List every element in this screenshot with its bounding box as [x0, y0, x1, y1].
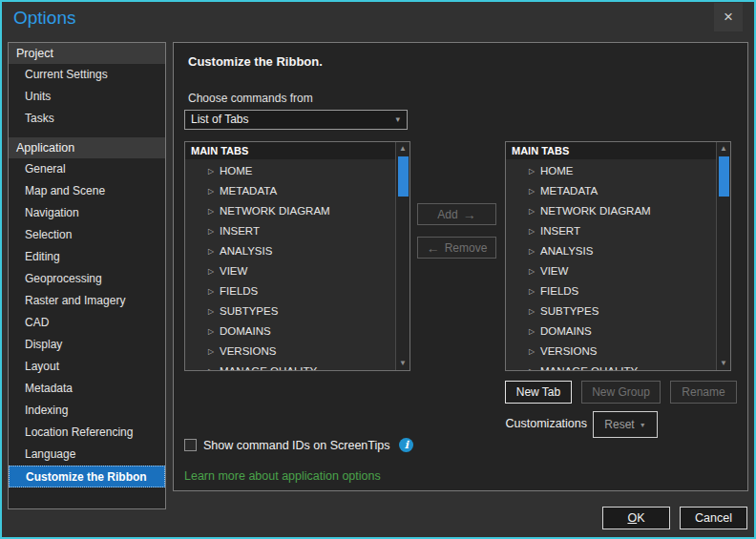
expand-triangle-icon[interactable]: ▷: [529, 301, 540, 321]
sidebar-item-raster-and-imagery[interactable]: Raster and Imagery: [9, 290, 165, 312]
reset-dropdown-button[interactable]: Reset ▼: [593, 411, 658, 438]
tab-tree-item[interactable]: ▷VIEW: [506, 259, 716, 280]
tab-tree-item[interactable]: ▷INSERT: [185, 219, 395, 239]
sidebar-item-editing[interactable]: Editing: [9, 246, 165, 268]
sidebar-item-geoprocessing[interactable]: Geoprocessing: [9, 268, 165, 290]
expand-triangle-icon[interactable]: ▷: [208, 362, 220, 370]
tab-tree-item[interactable]: ▷HOME: [185, 159, 395, 179]
sidebar-item-layout[interactable]: Layout: [9, 356, 165, 378]
tab-item-label: MANAGE QUALITY: [540, 365, 638, 370]
expand-triangle-icon[interactable]: ▷: [529, 241, 540, 261]
sidebar-item-customize-the-ribbon[interactable]: Customize the Ribbon: [9, 466, 165, 487]
current-tabs-header: MAIN TABS: [506, 142, 716, 159]
tab-tree-item[interactable]: ▷VERSIONS: [185, 340, 395, 360]
tab-item-label: METADATA: [540, 185, 598, 197]
sidebar-item-tasks[interactable]: Tasks: [9, 108, 165, 130]
tab-tree-item[interactable]: ▷NETWORK DIAGRAM: [185, 199, 395, 219]
sidebar-item-general[interactable]: General: [9, 158, 165, 180]
learn-more-link[interactable]: Learn more about application options: [184, 469, 381, 483]
scroll-down-icon[interactable]: ▼: [717, 357, 730, 370]
sidebar-item-units[interactable]: Units: [9, 86, 165, 108]
tab-tree-item[interactable]: ▷VERSIONS: [506, 340, 716, 360]
tab-tree-item[interactable]: ▷INSERT: [506, 219, 716, 239]
expand-triangle-icon[interactable]: ▷: [529, 342, 540, 362]
close-icon[interactable]: ×: [714, 3, 743, 31]
ok-rest-char: K: [637, 511, 644, 525]
sidebar-item-display[interactable]: Display: [9, 334, 165, 356]
current-tabs-list: MAIN TABS ▷HOME▷METADATA▷NETWORK DIAGRAM…: [505, 141, 731, 371]
sidebar-item-navigation[interactable]: Navigation: [9, 202, 165, 224]
sidebar-item-location-referencing[interactable]: Location Referencing: [9, 422, 165, 444]
sidebar-section-project: Project: [9, 43, 165, 64]
tab-item-label: HOME: [220, 165, 253, 176]
sidebar-item-metadata[interactable]: Metadata: [9, 378, 165, 400]
show-command-ids-checkbox[interactable]: [184, 439, 197, 451]
left-list-scrollbar[interactable]: ▲ ▼: [395, 142, 410, 370]
tab-tree-item[interactable]: ▷MANAGE QUALITY: [185, 360, 395, 370]
scroll-up-icon[interactable]: ▲: [717, 142, 730, 155]
expand-triangle-icon[interactable]: ▷: [208, 161, 220, 181]
scrollbar-thumb[interactable]: [719, 156, 729, 197]
available-tabs-list: MAIN TABS ▷HOME▷METADATA▷NETWORK DIAGRAM…: [184, 141, 410, 371]
tab-tree-item[interactable]: ▷DOMAINS: [506, 320, 716, 340]
scrollbar-thumb[interactable]: [398, 156, 409, 197]
expand-triangle-icon[interactable]: ▷: [529, 221, 540, 241]
tab-item-label: SUBTYPES: [220, 305, 278, 317]
tab-item-label: SUBTYPES: [540, 305, 598, 317]
tab-tree-item[interactable]: ▷SUBTYPES: [506, 300, 716, 320]
sidebar-item-cad[interactable]: CAD: [9, 312, 165, 334]
scroll-up-icon[interactable]: ▲: [396, 142, 410, 155]
tab-item-label: VIEW: [540, 265, 568, 277]
expand-triangle-icon[interactable]: ▷: [208, 241, 220, 261]
expand-triangle-icon[interactable]: ▷: [529, 261, 540, 281]
tab-tree-item[interactable]: ▷HOME: [506, 159, 716, 179]
tab-tree-item[interactable]: ▷METADATA: [506, 179, 716, 199]
expand-triangle-icon[interactable]: ▷: [208, 321, 220, 342]
expand-triangle-icon[interactable]: ▷: [208, 342, 220, 362]
sidebar-item-indexing[interactable]: Indexing: [9, 400, 165, 422]
tab-item-label: NETWORK DIAGRAM: [540, 205, 651, 217]
add-button[interactable]: Add →: [417, 203, 496, 225]
rename-button[interactable]: Rename: [670, 381, 737, 404]
expand-triangle-icon[interactable]: ▷: [208, 181, 220, 201]
tab-item-label: VERSIONS: [220, 345, 276, 357]
expand-triangle-icon[interactable]: ▷: [208, 261, 220, 281]
expand-triangle-icon[interactable]: ▷: [208, 281, 220, 301]
new-group-button[interactable]: New Group: [581, 381, 661, 404]
expand-triangle-icon[interactable]: ▷: [208, 221, 220, 241]
right-list-scrollbar[interactable]: ▲ ▼: [716, 142, 730, 370]
expand-triangle-icon[interactable]: ▷: [529, 201, 540, 221]
tab-tree-item[interactable]: ▷FIELDS: [506, 280, 716, 300]
expand-triangle-icon[interactable]: ▷: [529, 181, 540, 201]
sidebar-item-map-and-scene[interactable]: Map and Scene: [9, 180, 165, 202]
tab-tree-item[interactable]: ▷DOMAINS: [185, 320, 395, 340]
tab-tree-item[interactable]: ▷ANALYSIS: [506, 239, 716, 259]
remove-button[interactable]: ← Remove: [417, 237, 496, 259]
tab-tree-item[interactable]: ▷NETWORK DIAGRAM: [506, 199, 716, 219]
remove-button-label: Remove: [445, 241, 488, 255]
info-icon[interactable]: i: [399, 438, 413, 452]
expand-triangle-icon[interactable]: ▷: [208, 301, 220, 321]
cancel-button[interactable]: Cancel: [680, 507, 747, 529]
new-tab-button[interactable]: New Tab: [505, 381, 572, 404]
expand-triangle-icon[interactable]: ▷: [529, 321, 540, 342]
expand-triangle-icon[interactable]: ▷: [529, 281, 540, 301]
tab-tree-item[interactable]: ▷VIEW: [185, 259, 395, 280]
arrow-right-icon: →: [463, 208, 476, 221]
tab-tree-item[interactable]: ▷METADATA: [185, 179, 395, 199]
commands-source-dropdown[interactable]: List of Tabs ▾: [184, 110, 408, 130]
expand-triangle-icon[interactable]: ▷: [529, 362, 540, 370]
tab-item-label: INSERT: [220, 225, 260, 237]
sidebar-item-language[interactable]: Language: [9, 444, 165, 466]
sidebar-item-selection[interactable]: Selection: [9, 224, 165, 246]
ok-button[interactable]: OK: [602, 507, 670, 529]
expand-triangle-icon[interactable]: ▷: [208, 201, 220, 221]
expand-triangle-icon[interactable]: ▷: [529, 161, 540, 181]
customize-ribbon-panel: Customize the Ribbon. Choose commands fr…: [173, 42, 748, 491]
tab-tree-item[interactable]: ▷FIELDS: [185, 280, 395, 300]
tab-tree-item[interactable]: ▷MANAGE QUALITY: [506, 360, 716, 370]
sidebar-item-current-settings[interactable]: Current Settings: [9, 64, 165, 86]
tab-tree-item[interactable]: ▷SUBTYPES: [185, 300, 395, 320]
tab-tree-item[interactable]: ▷ANALYSIS: [185, 239, 395, 259]
scroll-down-icon[interactable]: ▼: [396, 357, 410, 370]
